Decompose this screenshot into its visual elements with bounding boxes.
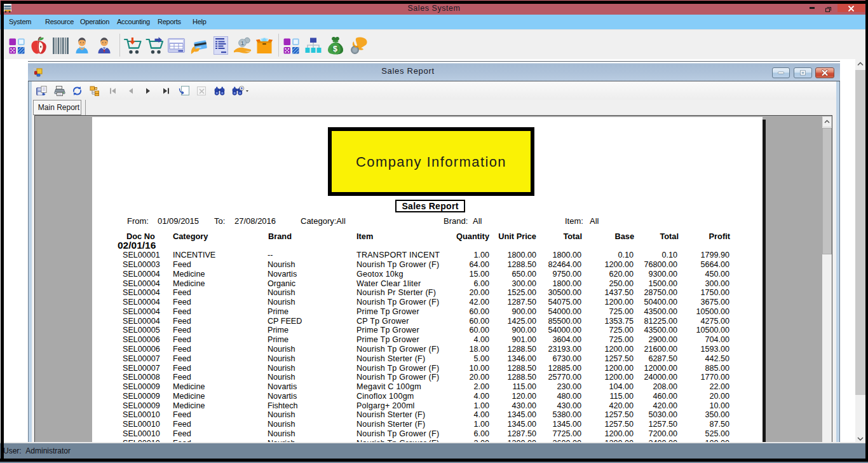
svg-text:$: $ — [333, 45, 337, 53]
svg-text:1: 1 — [241, 40, 244, 46]
